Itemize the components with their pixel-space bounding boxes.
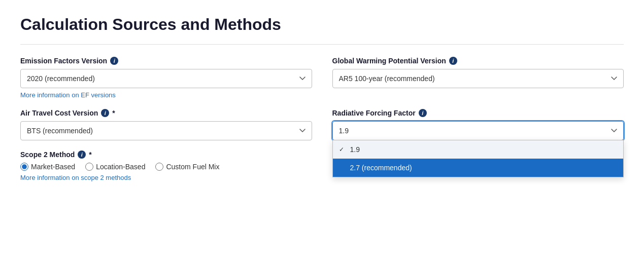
emission-factors-label: Emission Factors Version i xyxy=(20,57,312,65)
air-travel-group: Air Travel Cost Version i * BTS (recomme… xyxy=(20,109,312,140)
radiative-forcing-dropdown: ✓ 1.9 2.7 (recommended) xyxy=(332,140,624,177)
radiative-forcing-option-2[interactable]: 2.7 (recommended) xyxy=(333,159,624,177)
air-travel-select[interactable]: BTS (recommended) DEFRA xyxy=(20,121,312,140)
scope2-location-based-radio[interactable] xyxy=(85,163,93,171)
emission-factors-select[interactable]: 2020 (recommended) 2019 2018 xyxy=(20,69,312,88)
radiative-forcing-group: Radiative Forcing Factor i 1.9 2.7 (reco… xyxy=(332,109,624,140)
radiative-forcing-select-wrap: 1.9 2.7 (recommended) xyxy=(332,121,624,140)
form-grid: Emission Factors Version i 2020 (recomme… xyxy=(20,57,624,192)
global-warming-label: Global Warming Potential Version i xyxy=(332,57,624,65)
emission-factors-group: Emission Factors Version i 2020 (recomme… xyxy=(20,57,312,99)
air-travel-label: Air Travel Cost Version i * xyxy=(20,109,312,117)
emission-factors-info-icon[interactable]: i xyxy=(110,57,118,65)
scope2-market-based-option[interactable]: Market-Based xyxy=(20,163,75,171)
global-warming-group: Global Warming Potential Version i AR5 1… xyxy=(332,57,624,99)
section-divider xyxy=(20,44,624,45)
scope2-info-icon[interactable]: i xyxy=(78,151,86,159)
air-travel-info-icon[interactable]: i xyxy=(101,109,109,117)
radiative-forcing-select[interactable]: 1.9 2.7 (recommended) xyxy=(332,121,624,140)
scope2-group: Scope 2 Method i * Market-Based Location… xyxy=(20,151,312,181)
radiative-forcing-label: Radiative Forcing Factor i xyxy=(332,109,624,117)
scope2-market-based-label: Market-Based xyxy=(31,163,75,171)
scope2-more-info-link[interactable]: More information on scope 2 methods xyxy=(20,174,131,181)
scope2-location-based-label: Location-Based xyxy=(96,163,145,171)
scope2-label: Scope 2 Method i * xyxy=(20,151,312,159)
page-title: Calculation Sources and Methods xyxy=(20,15,624,34)
scope2-required-star: * xyxy=(89,151,91,159)
radiative-forcing-info-icon[interactable]: i xyxy=(419,109,427,117)
scope2-market-based-radio[interactable] xyxy=(20,163,28,171)
global-warming-select[interactable]: AR5 100-year (recommended) AR4 100-year … xyxy=(332,69,624,88)
air-travel-required-star: * xyxy=(112,109,115,117)
scope2-custom-fuel-mix-label: Custom Fuel Mix xyxy=(166,163,219,171)
radiative-forcing-option-1[interactable]: ✓ 1.9 xyxy=(333,140,624,159)
emission-factors-more-info-link[interactable]: More information on EF versions xyxy=(20,91,116,99)
scope2-custom-fuel-mix-radio[interactable] xyxy=(155,163,163,171)
scope2-custom-fuel-mix-option[interactable]: Custom Fuel Mix xyxy=(155,163,219,171)
scope2-radio-group: Market-Based Location-Based Custom Fuel … xyxy=(20,163,312,171)
scope2-location-based-option[interactable]: Location-Based xyxy=(85,163,145,171)
global-warming-info-icon[interactable]: i xyxy=(449,57,457,65)
checkmark-icon: ✓ xyxy=(339,146,346,153)
